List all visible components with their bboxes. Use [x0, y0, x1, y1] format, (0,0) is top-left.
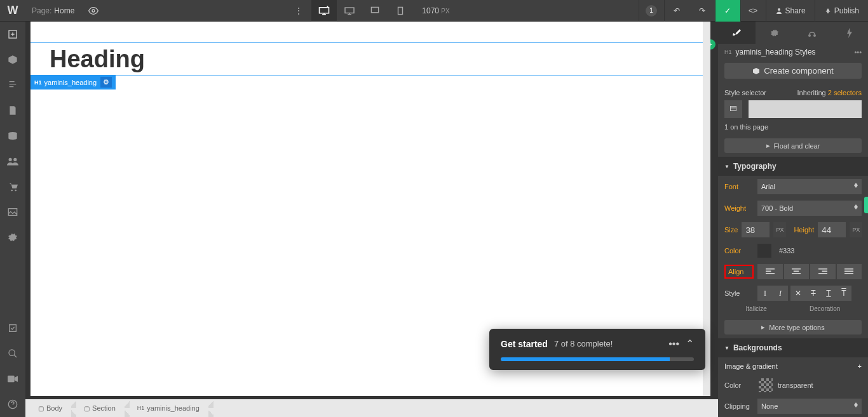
svg-point-18: [808, 34, 811, 37]
clipping-label: Clipping: [724, 402, 754, 410]
undo-icon[interactable]: ↶: [664, 0, 689, 22]
svg-point-19: [813, 34, 816, 37]
style-tab-icon[interactable]: [718, 22, 756, 44]
device-desktop-large-icon[interactable]: [311, 0, 337, 22]
preview-eye-icon[interactable]: [81, 0, 106, 22]
video-icon[interactable]: [0, 366, 25, 392]
device-tablet-icon[interactable]: [362, 0, 388, 22]
height-label: Height: [794, 226, 814, 234]
canvas-width-display: 1070 PX: [413, 6, 458, 15]
align-left-button[interactable]: [757, 264, 783, 279]
bg-color-value[interactable]: transparent: [778, 381, 813, 389]
assets-icon[interactable]: [0, 199, 25, 225]
svg-point-11: [15, 190, 17, 192]
toast-collapse-icon[interactable]: ⌃: [686, 338, 694, 350]
selected-heading-element[interactable]: Heading: [31, 42, 710, 76]
inheriting-label: Inheriting 2 selectors: [797, 89, 862, 96]
redo-icon[interactable]: ↷: [689, 0, 715, 22]
publish-button[interactable]: Publish: [815, 0, 868, 22]
height-input[interactable]: [818, 222, 846, 237]
svg-point-0: [92, 10, 95, 12]
add-bg-image-icon[interactable]: +: [858, 362, 862, 370]
export-code-icon[interactable]: <>: [740, 0, 766, 22]
styles-more-icon[interactable]: •••: [854, 48, 862, 56]
italic-italic-button[interactable]: I: [773, 286, 788, 301]
search-icon[interactable]: [0, 341, 25, 366]
text-color-value[interactable]: #333: [779, 247, 794, 255]
effects-tab-icon[interactable]: [831, 22, 868, 44]
backgrounds-header[interactable]: ▼Backgrounds: [718, 338, 868, 357]
share-button[interactable]: Share: [766, 0, 815, 22]
inheriting-link[interactable]: 2 selectors: [828, 89, 862, 96]
toast-subtitle: 7 of 8 complete!: [554, 339, 613, 348]
decoration-underline-button[interactable]: T: [821, 286, 836, 301]
settings-icon[interactable]: [0, 225, 25, 250]
align-label: Align: [724, 265, 754, 279]
toast-more-icon[interactable]: •••: [668, 338, 679, 350]
help-icon[interactable]: [0, 392, 25, 417]
status-ok-icon[interactable]: ✓: [715, 0, 740, 22]
device-phone-icon[interactable]: [388, 0, 413, 22]
toast-title: Get started: [501, 339, 548, 349]
svg-rect-4: [398, 7, 403, 14]
selection-gear-icon[interactable]: ⚙: [100, 77, 112, 88]
font-select[interactable]: Arial: [757, 179, 862, 194]
heading-text[interactable]: Heading: [50, 45, 691, 73]
webflow-logo[interactable]: W: [0, 0, 25, 22]
svg-rect-13: [10, 325, 17, 332]
italic-regular-button[interactable]: I: [757, 286, 773, 301]
changes-badge[interactable]: 1: [639, 0, 664, 22]
float-clear-button[interactable]: ▸ Float and clear: [724, 138, 862, 153]
pages-icon[interactable]: [0, 98, 25, 123]
decoration-overline-button[interactable]: T: [836, 286, 851, 301]
align-justify-button[interactable]: [837, 264, 862, 279]
add-element-icon[interactable]: [0, 22, 25, 47]
breadcrumb-item[interactable]: ▢Section: [71, 399, 125, 417]
selection-tag-label[interactable]: H1 yaminis_heading ⚙: [31, 75, 116, 89]
device-desktop-icon[interactable]: [337, 0, 362, 22]
align-right-button[interactable]: [810, 264, 836, 279]
settings-tab-icon[interactable]: [756, 22, 793, 44]
toast-progress: [501, 357, 694, 361]
decoration-strike-button[interactable]: T: [806, 286, 821, 301]
side-handle[interactable]: [864, 197, 868, 213]
image-gradient-row: Image & gradient +: [718, 357, 868, 375]
interactions-tab-icon[interactable]: [793, 22, 831, 44]
users-icon[interactable]: [0, 149, 25, 174]
align-center-button[interactable]: [784, 264, 810, 279]
body-icon: ▢: [38, 405, 44, 412]
decoration-sublabel: Decoration: [810, 305, 840, 312]
svg-rect-15: [8, 376, 15, 383]
ecommerce-icon[interactable]: [0, 174, 25, 199]
cms-icon[interactable]: [0, 123, 25, 149]
symbols-icon[interactable]: [0, 47, 25, 72]
section-icon: ▢: [84, 405, 90, 412]
size-input[interactable]: [742, 222, 770, 237]
svg-rect-20: [731, 107, 736, 111]
style-selector-label: Style selector: [724, 89, 766, 96]
style-label: Style: [724, 289, 754, 297]
audit-icon[interactable]: [0, 315, 25, 341]
text-color-label: Color: [724, 247, 754, 255]
size-unit[interactable]: PX: [773, 222, 786, 237]
selector-input[interactable]: [749, 100, 862, 118]
more-vertical-icon[interactable]: ⋮: [286, 0, 311, 22]
typography-header[interactable]: ▼Typography: [718, 157, 868, 176]
decoration-none-button[interactable]: ✕: [790, 286, 806, 301]
clipping-select[interactable]: None: [757, 399, 862, 414]
svg-rect-3: [372, 7, 379, 12]
breadcrumb-item[interactable]: ▢Body: [25, 399, 71, 417]
navigator-icon[interactable]: [0, 72, 25, 98]
styles-title: yaminis_heading Styles: [736, 48, 816, 56]
breadcrumb-item[interactable]: H1yaminis_heading: [125, 399, 208, 417]
size-label: Size: [724, 226, 738, 234]
height-unit[interactable]: PX: [850, 222, 862, 237]
svg-rect-1: [320, 7, 329, 13]
type-options-button[interactable]: ▸ More type options: [724, 320, 862, 334]
page-selector[interactable]: Page: Home: [25, 6, 81, 15]
selector-state-icon[interactable]: [724, 100, 742, 118]
weight-select[interactable]: 700 - Bold: [757, 201, 862, 216]
text-color-swatch[interactable]: [757, 244, 771, 258]
bg-color-swatch[interactable]: [759, 378, 773, 392]
create-component-button[interactable]: Create component: [724, 63, 862, 79]
